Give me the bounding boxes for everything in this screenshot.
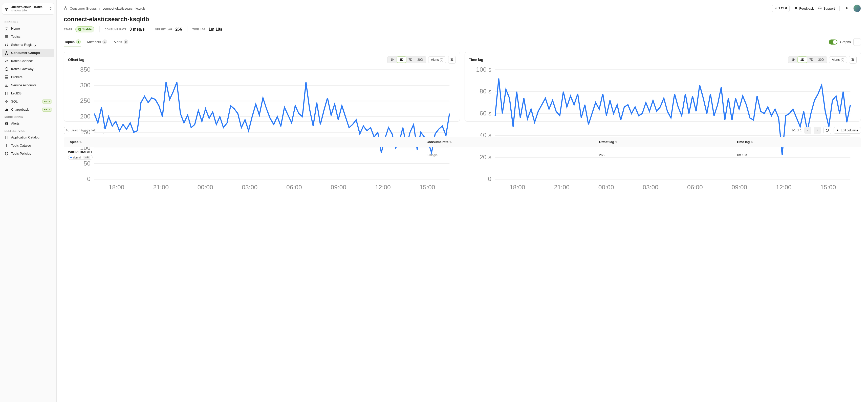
time-range-selector: 1H1D7D30D <box>788 56 827 63</box>
bars-icon <box>5 108 9 112</box>
sidebar-item-label: ksqlDB <box>11 91 52 95</box>
topic-tag: domain wiki <box>68 155 93 160</box>
svg-point-20 <box>6 85 7 85</box>
svg-text:60 s: 60 s <box>479 110 491 117</box>
sidebar-item-schema[interactable]: Schema Registry <box>2 41 54 49</box>
support-link[interactable]: Support <box>818 6 835 11</box>
svg-rect-26 <box>5 110 6 111</box>
edit-columns-button[interactable]: ✦ Edit columns <box>834 127 861 134</box>
theme-toggle[interactable] <box>844 6 849 11</box>
refresh-button[interactable] <box>824 126 831 134</box>
svg-text:03:00: 03:00 <box>242 184 257 191</box>
range-30d[interactable]: 30D <box>415 57 425 62</box>
column-header[interactable]: Offset lag⇅ <box>595 137 733 147</box>
sort-icon: ⇅ <box>751 141 753 144</box>
offset-alerts-button[interactable]: Alerts (0) <box>428 56 446 63</box>
tab-count: 0 <box>124 39 128 44</box>
svg-text:21:00: 21:00 <box>554 184 569 191</box>
range-30d[interactable]: 30D <box>816 57 826 62</box>
table-row[interactable]: WIKIPEDIABOTdomain wiki3msg/s2661m 18s <box>64 147 861 163</box>
svg-text:300: 300 <box>80 82 91 89</box>
svg-point-42 <box>858 41 858 42</box>
tab-topics[interactable]: Topics1 <box>64 37 81 47</box>
sidebar-item-label: Consumer Groups <box>11 51 52 55</box>
sidebar-item-topic-catalog[interactable]: Topic Catalog <box>2 142 54 150</box>
sidebar-item-service-accounts[interactable]: Service Accounts <box>2 81 54 89</box>
tabs: Topics1Members1Alerts0 <box>64 37 129 47</box>
sidebar-item-sql[interactable]: SQLBETA <box>2 97 54 106</box>
tab-members[interactable]: Members1 <box>87 37 107 47</box>
sidebar-item-consumer-groups[interactable]: Consumer Groups <box>2 49 54 57</box>
sidebar-item-kafka-gateway[interactable]: Kafka Gateway <box>2 65 54 73</box>
sidebar-item-label: Alerts <box>11 121 52 125</box>
cluster-selector[interactable]: Julien's cloud - Kafka shadow-julien <box>2 3 54 15</box>
pager-prev[interactable] <box>804 127 811 134</box>
svg-text:12:00: 12:00 <box>375 184 391 191</box>
svg-line-88 <box>68 131 69 132</box>
version-button[interactable]: 1.28.0 <box>772 5 789 12</box>
svg-text:80 s: 80 s <box>479 88 491 95</box>
range-7d[interactable]: 7D <box>807 57 816 62</box>
user-avatar[interactable] <box>853 5 861 12</box>
breadcrumb-root[interactable]: Consumer Groups <box>70 7 97 10</box>
chevron-updown-icon <box>49 6 52 11</box>
offset-chart-title: Offset lag <box>68 58 85 62</box>
svg-text:09:00: 09:00 <box>331 184 346 191</box>
sidebar-item-label: Chargeback <box>11 108 40 111</box>
more-menu-button[interactable] <box>853 38 861 46</box>
sidebar-item-app-catalog[interactable]: Application Catalog <box>2 134 54 142</box>
consume-rate-value: 3 msg/s <box>129 27 145 32</box>
offset-lag-value: 266 <box>175 27 182 32</box>
svg-text:09:00: 09:00 <box>732 184 747 191</box>
sidebar-item-label: Application Catalog <box>11 136 52 139</box>
range-1h[interactable]: 1H <box>388 57 397 62</box>
download-icon <box>774 7 777 10</box>
state-badge: Stable <box>75 26 94 32</box>
sidebar-item-topic-policies[interactable]: Topic Policies <box>2 150 54 158</box>
svg-rect-6 <box>5 35 8 36</box>
range-1d[interactable]: 1D <box>397 57 406 62</box>
sidebar-section-label: SELF-SERVICE <box>2 127 54 134</box>
svg-point-31 <box>6 124 7 124</box>
svg-point-3 <box>7 8 8 9</box>
sidebar-item-home[interactable]: Home <box>2 25 54 33</box>
stats-bar: STATE Stable CONSUME RATE 3 msg/s OFFSET… <box>64 26 861 32</box>
time-lag-chart-card: Time lag 1H1D7D30D Alerts (0) 020 s40 s6… <box>465 52 861 121</box>
column-header[interactable]: Topics⇅ <box>64 137 423 147</box>
gear-icon: ✦ <box>836 128 839 132</box>
column-header[interactable]: Consume rate⇅ <box>422 137 595 147</box>
graphs-toggle[interactable] <box>829 39 837 45</box>
svg-point-39 <box>78 28 81 31</box>
sidebar-item-ksqldb[interactable]: ksqlDB <box>2 89 54 97</box>
feedback-link[interactable]: Feedback <box>794 6 814 11</box>
consume-rate-label: CONSUME RATE <box>105 28 126 31</box>
svg-text:18:00: 18:00 <box>509 184 525 191</box>
time-alerts-button[interactable]: Alerts (0) <box>829 56 847 63</box>
sidebar-item-topics[interactable]: Topics <box>2 33 54 41</box>
sidebar-item-chargeback[interactable]: ChargebackBETA <box>2 106 54 114</box>
page-title: connect-elasticsearch-ksqldb <box>64 16 861 23</box>
breadcrumb-current: connect-elasticsearch-ksqldb <box>103 7 145 10</box>
sitemap-icon <box>5 51 9 55</box>
time-bell-button[interactable] <box>849 56 857 63</box>
beta-badge: BETA <box>42 108 52 112</box>
column-header[interactable]: Time lag⇅ <box>733 137 861 147</box>
svg-text:250: 250 <box>80 97 91 104</box>
range-1h[interactable]: 1H <box>789 57 798 62</box>
search-input[interactable] <box>70 128 102 132</box>
svg-rect-24 <box>5 102 6 103</box>
search-box[interactable] <box>64 127 104 134</box>
row-offset: 266 <box>595 147 733 163</box>
sidebar-item-kafka-connect[interactable]: Kafka Connect <box>2 57 54 65</box>
sort-icon: ⇅ <box>450 141 452 144</box>
svg-rect-36 <box>65 6 66 7</box>
range-7d[interactable]: 7D <box>406 57 415 62</box>
offset-bell-button[interactable] <box>448 56 456 63</box>
tab-alerts[interactable]: Alerts0 <box>113 37 128 47</box>
sidebar-item-brokers[interactable]: Brokers <box>2 73 54 81</box>
code-icon <box>5 43 9 47</box>
pager-next[interactable] <box>814 127 821 134</box>
range-1d[interactable]: 1D <box>798 57 807 62</box>
svg-rect-10 <box>5 54 6 55</box>
sidebar-item-alerts[interactable]: Alerts <box>2 119 54 127</box>
